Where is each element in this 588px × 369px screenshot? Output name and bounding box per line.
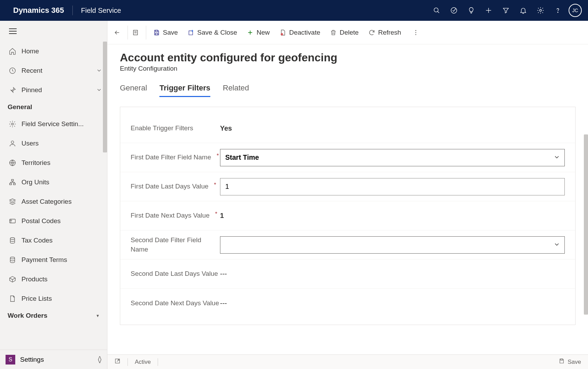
list-icon [132,29,139,36]
nav-label: Org Units [21,178,102,186]
add-icon[interactable] [480,0,497,21]
field-value[interactable]: --- [220,299,565,307]
area-switcher[interactable]: S Settings ᐱᐯ [0,350,107,369]
chevron-down-icon [97,86,102,94]
brand-divider [72,6,73,15]
save-close-icon [187,29,194,36]
main-content: Save Save & Close New Deactivate Delete … [107,21,588,369]
status-bar: Active Save [107,354,588,369]
user-avatar[interactable]: JC [569,4,582,17]
updown-icon: ᐱᐯ [98,356,102,363]
cmd-label: Delete [340,29,359,36]
field-label: Second Date Next Days Value [131,299,219,308]
open-record-set-button[interactable] [130,25,144,40]
svg-point-6 [558,12,558,12]
back-button[interactable] [112,25,125,40]
tab-general[interactable]: General [120,84,147,97]
hamburger-menu[interactable] [0,21,107,42]
nav-label: Price Lists [21,295,102,302]
sidebar-item-users[interactable]: Users [0,134,107,153]
nav-label: Tax Codes [21,237,102,244]
second-date-filter-select[interactable] [220,236,565,254]
sidebar: Home Recent Pinned General Field Service… [0,21,107,369]
sidebar-item-products[interactable]: Products [0,270,107,289]
deactivate-button[interactable]: Deactivate [274,25,325,40]
footer-save-button[interactable]: Save [559,358,581,366]
tab-trigger-filters[interactable]: Trigger Filters [159,84,210,97]
svg-point-26 [415,30,416,31]
field-value[interactable]: Yes [220,124,565,132]
coins-icon [8,236,17,245]
sidebar-item-price-lists[interactable]: Price Lists [0,289,107,308]
nav-label: Home [21,47,102,55]
svg-rect-21 [156,33,158,35]
sidebar-scrollbar[interactable] [103,42,107,152]
tab-related[interactable]: Related [223,84,249,97]
nav-recent[interactable]: Recent [0,61,107,80]
save-icon [153,29,160,36]
sidebar-item-asset-categories[interactable]: Asset Categories [0,192,107,211]
section-label: Work Orders [8,312,47,319]
first-date-filter-select[interactable]: Start Time [220,149,565,166]
nav-label: Recent [21,67,97,74]
sidebar-item-territories[interactable]: Territories [0,153,107,173]
save-close-button[interactable]: Save & Close [183,25,242,40]
app-name[interactable]: Field Service [81,7,121,15]
lightbulb-icon[interactable] [463,0,480,21]
nav-label: Pinned [21,86,97,94]
record-status: Active [135,359,151,366]
nav-home[interactable]: Home [0,42,107,61]
field-first-date-filter: First Date Filter Field Name* Start Time [120,143,575,172]
page-title: Account entity configured for geofencing [120,51,576,64]
save-button[interactable]: Save [148,25,183,40]
new-button[interactable]: New [242,25,274,40]
first-last-days-input[interactable] [220,178,565,195]
filter-icon[interactable] [497,0,515,21]
main-scrollbar[interactable] [584,134,588,315]
sidebar-item-payment-terms[interactable]: Payment Terms [0,250,107,270]
field-label: Enable Trigger Filters [131,124,193,133]
overflow-button[interactable] [410,25,424,40]
field-label: First Date Next Days Value [131,211,210,220]
task-checker-icon[interactable] [445,0,463,21]
svg-rect-14 [10,219,16,223]
svg-point-0 [434,8,438,12]
command-bar: Save Save & Close New Deactivate Delete … [107,21,588,44]
area-badge: S [6,355,15,364]
svg-rect-12 [10,183,12,185]
field-value[interactable]: 1 [220,212,565,220]
gear-icon[interactable] [532,0,549,21]
person-icon [8,139,17,148]
refresh-button[interactable]: Refresh [363,25,406,40]
search-icon[interactable] [428,0,445,21]
field-second-date-filter: Second Date Filter Field Name [120,230,575,260]
org-icon [8,178,17,186]
field-label: First Date Filter Field Name [131,153,211,162]
field-value[interactable]: --- [220,270,565,278]
brand-name[interactable]: Dynamics 365 [0,6,72,15]
trash-icon [330,29,337,36]
delete-button[interactable]: Delete [325,25,363,40]
nav-label: Territories [21,159,102,167]
field-second-next-days: Second Date Next Days Value --- [120,289,575,318]
sidebar-item-tax-codes[interactable]: Tax Codes [0,231,107,250]
nav-pinned[interactable]: Pinned [0,80,107,100]
section-work-orders: Work Orders ▾ [0,308,107,323]
caret-down-icon: ▾ [97,313,99,318]
footer-save-label: Save [568,359,581,366]
sidebar-item-postal-codes[interactable]: Postal Codes [0,211,107,231]
bell-icon[interactable] [515,0,532,21]
form-card: Enable Trigger Filters Yes First Date Fi… [120,107,576,325]
sidebar-item-org-units[interactable]: Org Units [0,173,107,192]
nav-label: Payment Terms [21,256,102,264]
help-icon[interactable] [549,0,567,21]
stack-icon [8,197,17,206]
nav-label: Users [21,140,102,147]
deactivate-icon [279,29,286,36]
cmd-label: Save & Close [197,29,237,36]
field-label: Second Date Filter Field Name [131,236,220,254]
sidebar-item-field-service-settings[interactable]: Field Service Settin... [0,114,107,134]
refresh-icon [368,29,375,36]
popout-icon[interactable] [114,358,121,366]
chevron-down-icon [554,241,560,249]
